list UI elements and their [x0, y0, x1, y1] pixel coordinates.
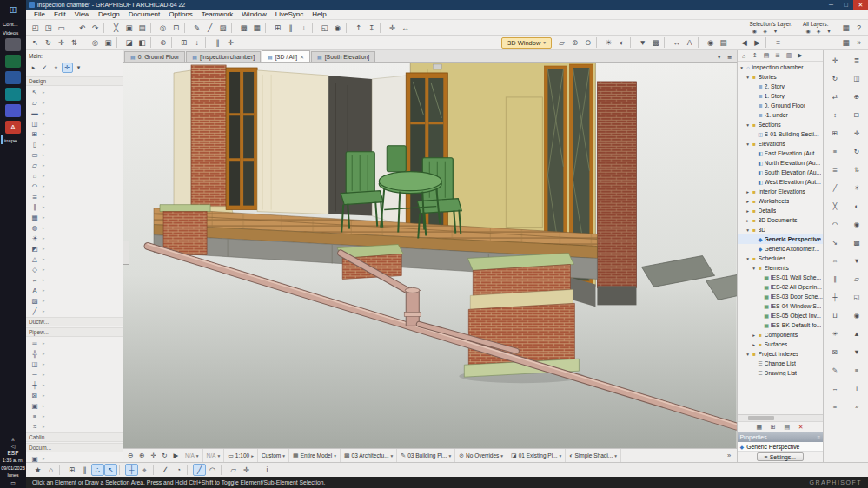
navigator-tree-item[interactable]: ≣ 1. Story [738, 91, 823, 101]
open-icon[interactable]: ◰ [29, 22, 42, 34]
3d-viewport[interactable] [123, 63, 737, 448]
menu-item[interactable]: Options [164, 10, 197, 18]
zoom2-icon[interactable]: ⊕ [850, 91, 864, 102]
offset-icon[interactable]: ∥ [828, 274, 842, 285]
publisher-icon[interactable]: ▶ [795, 50, 806, 61]
marquee2-icon[interactable]: ▱ [850, 274, 864, 285]
polar-icon[interactable]: ◔ [172, 464, 185, 476]
tree-horizontal-scrollbar[interactable] [738, 414, 823, 421]
taskbar-pinned-label[interactable]: Cont... [1, 19, 25, 28]
fillet-icon[interactable]: ◠ [828, 219, 842, 230]
navigator-tree-item[interactable]: ▾ ■ Schedules [738, 254, 823, 263]
measure-icon[interactable]: ↔ [399, 22, 412, 34]
door-tool[interactable]: ◫ ▸ [26, 118, 123, 129]
rotate-icon[interactable]: ↻ [828, 73, 842, 84]
camera-tool[interactable]: ▣ ▸ [26, 453, 123, 462]
zoom-fit-icon[interactable]: ⊡ [169, 22, 182, 34]
menu-item[interactable]: LiveSync [271, 10, 308, 18]
orbit-nav-icon[interactable]: ↻ [159, 450, 170, 461]
close-button[interactable]: ✕ [853, 0, 868, 10]
object-tool[interactable]: ◍ ▸ [26, 222, 123, 233]
info-icon[interactable]: i [850, 383, 864, 394]
merge-icon[interactable]: ⊔ [828, 310, 842, 321]
navigator-tree-item[interactable]: ▾ ■ 3D [738, 225, 823, 234]
layer-eye-icon[interactable]: ◉ [749, 27, 759, 34]
pipe-fitting-tool[interactable]: ┼ ▸ [26, 379, 123, 390]
more-icon[interactable]: » [850, 401, 864, 412]
align-icon[interactable]: ≡ [828, 146, 842, 157]
check-mini-icon[interactable]: ✓ [39, 63, 50, 73]
pinned-app-icon[interactable] [5, 38, 21, 51]
morph-tool[interactable]: ◇ ▸ [26, 264, 123, 274]
renovation-filter-selector[interactable]: ◪01 Existing Pl...▾ [507, 449, 566, 462]
backward-icon[interactable]: ▼ [850, 346, 864, 358]
arrow-mini-icon[interactable]: ▸ [28, 63, 39, 73]
stair-tool[interactable]: ≣ ▸ [26, 191, 123, 201]
text3d-icon[interactable]: A [683, 36, 696, 49]
menu-item[interactable]: Design [94, 10, 124, 18]
relative-icon[interactable]: ∠ [159, 464, 172, 476]
orbit2-icon[interactable]: ↻ [850, 146, 864, 157]
navigator-tree-item[interactable]: ▸ ■ Components [738, 330, 823, 340]
na-value-1[interactable]: N/A▾ [182, 449, 203, 462]
paste-icon[interactable]: ▤ [136, 22, 149, 34]
plane-icon[interactable]: ▱ [227, 464, 240, 476]
navigator-tree-item[interactable]: ▦ IES-05 Object Inv... [738, 311, 823, 320]
wand-icon[interactable]: ✛ [240, 464, 253, 476]
filter-icon[interactable]: ▼ [636, 36, 649, 49]
railing-tool[interactable]: ∥ ▸ [26, 201, 123, 212]
cable-carrier-tool[interactable]: ≡ ▸ [26, 411, 123, 421]
equipment-tool[interactable]: ▣ ▸ [26, 400, 123, 411]
layer-eye-icon[interactable]: ◉ [803, 27, 813, 34]
column-tool[interactable]: ▯ ▸ [26, 139, 123, 149]
layer-pick-icon[interactable]: ▾ [824, 27, 834, 34]
titlebar[interactable]: inspection chamber - GRAPHISOFT ARCHICAD… [26, 0, 868, 10]
solid-op-icon[interactable]: ⊠ [828, 346, 842, 358]
prev-icon[interactable]: ◀ [738, 36, 751, 49]
properties-menu-icon[interactable]: ≡ [817, 435, 820, 440]
split-icon[interactable]: ╱ [828, 182, 842, 194]
maximize-button[interactable]: □ [838, 0, 853, 10]
taskbar-clock[interactable]: 1:35 a. m. 09/01/2023 lunes [1, 457, 25, 478]
3d-style-selector[interactable]: ◐Simple Shadi...▾ [566, 449, 621, 462]
section-3d-icon[interactable]: ◫ [850, 73, 864, 84]
layers-icon[interactable]: ▩ [237, 22, 250, 34]
grid-snap-icon[interactable]: ⊞ [177, 36, 190, 49]
mirror-icon[interactable]: ⇄ [828, 91, 842, 102]
menu-item[interactable]: View [70, 10, 94, 18]
render2-icon[interactable]: ◉ [850, 219, 864, 230]
multiply-icon[interactable]: ⊞ [828, 128, 842, 139]
orbit-icon[interactable]: ↻ [42, 36, 55, 49]
stretch-icon[interactable]: ⇔ [828, 255, 842, 267]
distribute-icon[interactable]: ≣ [828, 164, 842, 175]
more-icon[interactable]: » [852, 36, 865, 49]
snap-guides-icon[interactable]: ∥ [78, 464, 91, 476]
menu-item[interactable]: Teamwork [197, 10, 237, 18]
taskbar-running-app-label[interactable]: inspe... [1, 135, 25, 144]
beam-tool[interactable]: ▭ ▸ [26, 149, 123, 160]
fit2-icon[interactable]: ⊡ [850, 109, 864, 121]
shadow-icon[interactable]: ◐ [615, 36, 628, 49]
minimize-button[interactable]: ─ [824, 0, 838, 10]
pinned-app-icon[interactable] [5, 88, 21, 101]
3d-window-button[interactable]: 3D Window ▾ [501, 37, 552, 49]
grid-snap-icon[interactable]: ⊞ [271, 22, 284, 34]
navigator-tree-item[interactable]: ◧ South Elevation (Au... [738, 168, 823, 177]
pen-set-selector[interactable]: ✎03 Building Pl...▾ [397, 449, 455, 462]
guide-lines-icon[interactable]: ∥ [211, 36, 224, 49]
close-palette-icon[interactable]: ✕ [795, 422, 806, 432]
tray-chevron-icon[interactable]: ∧ [11, 436, 15, 442]
pan2-icon[interactable]: ✛ [850, 128, 864, 139]
navigator-tree-item[interactable]: ▾ ⌂ inspection chamber [738, 63, 823, 72]
defaults-icon[interactable]: ⌂ [44, 464, 57, 476]
options-icon[interactable]: ≡ [828, 401, 842, 412]
help-icon[interactable]: ? [852, 22, 865, 34]
palette-grid-icon[interactable]: ⊞ [767, 422, 779, 432]
navigator-tree-item[interactable]: ▾ ■ Elements [738, 263, 823, 273]
arc-mode-icon[interactable]: ◠ [206, 464, 219, 476]
navigator-tree-item[interactable]: ▸ ■ Details [738, 206, 823, 215]
palette-list-icon[interactable]: ▤ [781, 422, 792, 432]
look-to-icon[interactable]: ◎ [89, 36, 102, 49]
plus-mini-icon[interactable]: ✛ [62, 63, 73, 73]
fill-type-icon[interactable]: ▨ [216, 22, 229, 34]
